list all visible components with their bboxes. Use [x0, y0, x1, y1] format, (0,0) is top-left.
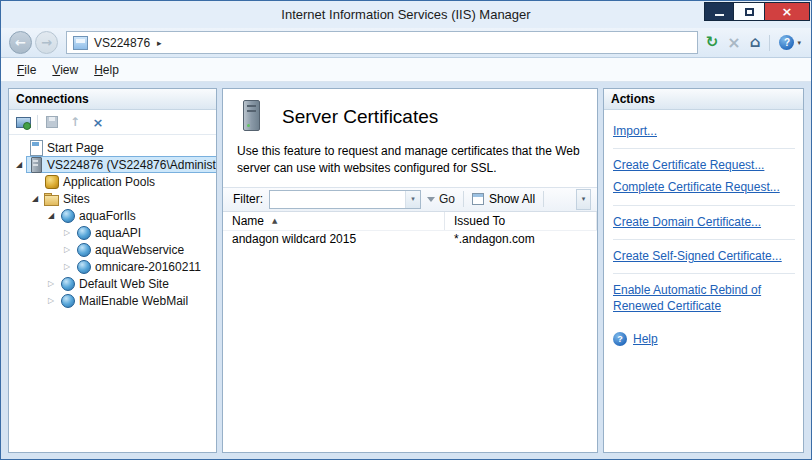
save-icon [46, 116, 58, 128]
tree-item-vs224876-vs224876-administ[interactable]: ◢VS224876 (VS224876\Administ [9, 156, 216, 173]
up-button[interactable]: ↑ [66, 113, 84, 131]
feature-header: Server Certificates [223, 89, 597, 137]
tree-node[interactable]: Start Page [26, 139, 109, 156]
tree-expander-icon[interactable]: ▷ [60, 246, 74, 254]
go-button[interactable]: Go [427, 192, 455, 206]
tree-expander-icon[interactable]: ◢ [44, 212, 58, 220]
tree-item-default-web-site[interactable]: ▷Default Web Site [9, 275, 216, 292]
tree-item-label: VS224876 (VS224876\Administ [47, 158, 216, 172]
iis-manager-window: Internet Information Services (IIS) Mana… [0, 0, 812, 460]
help-icon: ? [779, 35, 794, 50]
action-import[interactable]: Import... [613, 120, 795, 142]
tree-item-omnicare-20160211[interactable]: ▷omnicare-20160211 [9, 258, 216, 275]
toolbar-separator [769, 35, 770, 51]
tree-node[interactable]: omnicare-20160211 [74, 258, 206, 275]
chevron-right-icon[interactable]: ▸ [157, 38, 162, 48]
action-group: Import... [613, 118, 795, 149]
tree-item-aquaapi[interactable]: ▷aquaAPI [9, 224, 216, 241]
home-button[interactable]: ⌂ [750, 35, 761, 50]
table-row[interactable]: andagon wildcard 2015*.andagon.com [223, 231, 597, 248]
breadcrumb-item[interactable]: VS224876 [94, 36, 150, 50]
back-arrow-icon: ← [15, 35, 26, 50]
toolbar-overflow-button[interactable]: ▾ [576, 189, 591, 210]
filter-label: Filter: [233, 192, 263, 206]
tree-item-sites[interactable]: ◢Sites [9, 190, 216, 207]
menu-view[interactable]: View [44, 60, 86, 80]
action-label: Create Domain Certificate... [613, 214, 761, 230]
menu-file[interactable]: File [9, 60, 44, 80]
tree-item-start-page[interactable]: Start Page [9, 139, 216, 156]
action-help[interactable]: ?Help [613, 328, 795, 350]
breadcrumb[interactable]: VS224876 ▸ [66, 31, 698, 54]
forward-button[interactable]: → [35, 31, 58, 54]
tree-item-label: MailEnable WebMail [79, 294, 188, 308]
site-globe-icon [60, 208, 75, 223]
action-complete-certificate-request[interactable]: Complete Certificate Request... [613, 176, 795, 198]
tree-item-aquaforils[interactable]: ◢aquaForIls [9, 207, 216, 224]
back-button[interactable]: ← [9, 31, 32, 54]
tree-node[interactable]: Sites [42, 190, 95, 207]
action-label: Help [633, 331, 658, 347]
address-toolbar: ↻ × ⌂ ? ▾ [706, 35, 801, 51]
maximize-button[interactable] [734, 2, 764, 21]
tree-expander-icon[interactable]: ▷ [44, 280, 58, 288]
tree-item-label: Application Pools [63, 175, 155, 189]
actions-header: Actions [604, 89, 803, 110]
tree-item-mailenable-webmail[interactable]: ▷MailEnable WebMail [9, 292, 216, 309]
refresh-button[interactable]: ↻ [706, 35, 719, 50]
tree-expander-icon[interactable]: ◢ [12, 161, 26, 169]
window-title: Internet Information Services (IIS) Mana… [281, 7, 530, 22]
tree-node[interactable]: aquaWebservice [74, 241, 189, 258]
action-label: Enable Automatic Rebind of Renewed Certi… [613, 282, 795, 314]
filter-input[interactable] [270, 192, 405, 207]
maximize-icon [745, 8, 754, 16]
delete-connection-button[interactable]: × [89, 113, 107, 131]
server-node-icon [73, 36, 88, 50]
tree-expander-icon[interactable]: ▷ [60, 229, 74, 237]
tree-node[interactable]: Application Pools [42, 173, 160, 190]
connections-toolbar: ↑ × [9, 110, 216, 135]
filter-combo-arrow-icon[interactable]: ▾ [405, 191, 420, 208]
show-all-icon [472, 193, 484, 205]
table-header: Name ▲ Issued To [223, 212, 597, 231]
show-all-button[interactable]: Show All [472, 192, 535, 206]
column-header-name[interactable]: Name ▲ [223, 212, 445, 230]
sites-folder-icon [44, 191, 59, 206]
forward-arrow-icon: → [41, 35, 52, 50]
certificates-table-body: andagon wildcard 2015*.andagon.com [223, 231, 597, 452]
tree-item-label: aquaAPI [95, 226, 141, 240]
cell-name: andagon wildcard 2015 [223, 232, 445, 246]
tree-node[interactable]: VS224876 (VS224876\Administ [26, 156, 216, 173]
create-connection-button[interactable] [14, 113, 32, 131]
action-enable-automatic-rebind-of-renewed-certificate[interactable]: Enable Automatic Rebind of Renewed Certi… [613, 279, 795, 317]
minimize-button[interactable] [704, 2, 734, 21]
tree-item-aquawebservice[interactable]: ▷aquaWebservice [9, 241, 216, 258]
save-connections-button[interactable] [43, 113, 61, 131]
tree-item-label: aquaForIls [79, 209, 136, 223]
tree-node[interactable]: aquaForIls [58, 207, 141, 224]
tree-expander-icon[interactable]: ▷ [44, 297, 58, 305]
help-button[interactable]: ? ▾ [779, 35, 801, 50]
close-button[interactable]: × [764, 2, 810, 21]
tree-expander-icon[interactable]: ▷ [60, 263, 74, 271]
tree-node[interactable]: aquaAPI [74, 224, 146, 241]
tree-item-label: Start Page [47, 141, 104, 155]
action-create-self-signed-certificate[interactable]: Create Self-Signed Certificate... [613, 245, 795, 267]
action-label: Create Self-Signed Certificate... [613, 248, 782, 264]
tree-node[interactable]: MailEnable WebMail [58, 292, 193, 309]
tree-item-application-pools[interactable]: Application Pools [9, 173, 216, 190]
start-page-icon [28, 140, 43, 155]
site-globe-icon [76, 259, 91, 274]
menu-help[interactable]: Help [86, 60, 127, 80]
tree-expander-icon[interactable]: ◢ [28, 195, 42, 203]
server-icon [28, 157, 43, 172]
action-create-certificate-request[interactable]: Create Certificate Request... [613, 154, 795, 176]
action-create-domain-certificate[interactable]: Create Domain Certificate... [613, 211, 795, 233]
stop-button[interactable]: × [727, 35, 740, 51]
column-header-issued-to[interactable]: Issued To [445, 212, 597, 230]
chevron-down-icon: ▾ [797, 39, 801, 47]
tree-node[interactable]: Default Web Site [58, 275, 174, 292]
action-group: Enable Automatic Rebind of Renewed Certi… [613, 277, 795, 323]
connections-panel: Connections ↑ × Start Page◢VS224876 (VS2… [8, 88, 217, 453]
site-globe-icon [60, 293, 75, 308]
